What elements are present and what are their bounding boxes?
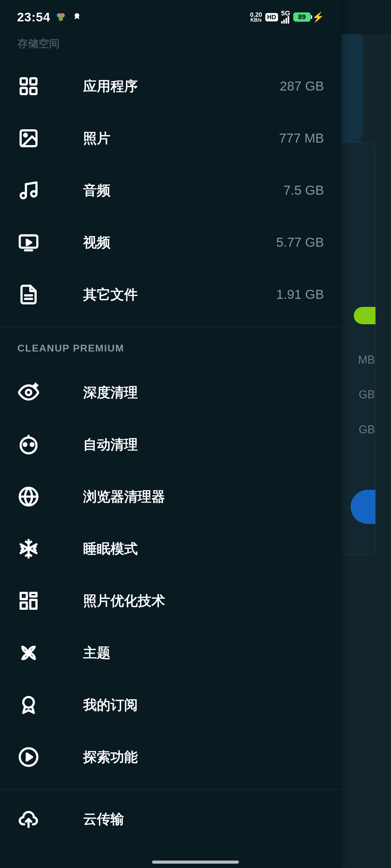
play-circle-icon [18,746,40,768]
menu-item-auto-clean[interactable]: 自动清理 [0,418,341,471]
snowflake-icon [18,537,40,560]
bg-text-mb: MB [358,353,375,366]
menu-label: 浏览器清理器 [83,488,324,506]
svg-rect-6 [30,88,37,94]
battery-level: 89 [293,12,311,22]
menu-label: 主题 [83,644,324,662]
app-icon-2 [72,11,83,23]
menu-item-browser-cleaner[interactable]: 浏览器清理器 [0,471,341,523]
menu-item-other-files[interactable]: 其它文件 1.91 GB [0,269,341,320]
menu-label: 我的订阅 [83,696,324,714]
menu-value: 777 MB [279,131,324,146]
svg-rect-4 [30,79,37,85]
network-speed: 0.20 KB/s [250,11,262,23]
svg-point-20 [31,443,33,446]
menu-label: 睡眠模式 [83,540,324,558]
image-icon [18,127,40,149]
divider [0,789,341,789]
menu-value: 287 GB [280,79,324,94]
section-header-storage: 存储空间 [0,34,341,60]
svg-rect-3 [21,79,27,85]
menu-value: 7.5 GB [283,183,324,198]
menu-item-audio[interactable]: 音频 7.5 GB [0,164,341,216]
svg-rect-5 [21,88,27,94]
menu-label: 照片 [83,129,279,148]
menu-item-theme[interactable]: 主题 [0,627,341,679]
menu-item-explore[interactable]: 探索功能 [0,731,341,783]
menu-item-photo-optimize[interactable]: 照片优化技术 [0,575,341,627]
status-right: 0.20 KB/s HD 5G 89 ⚡ [250,10,324,24]
menu-label: 深度清理 [83,383,324,402]
menu-label: 探索功能 [83,748,324,766]
menu-item-photos[interactable]: 照片 777 MB [0,112,341,164]
menu-item-sleep-mode[interactable]: 睡眠模式 [0,523,341,575]
network-type: 5G [281,10,290,24]
section-header-premium: CLEANUP PREMIUM [0,327,341,366]
video-icon [18,231,40,254]
pinwheel-icon [18,642,40,664]
menu-label: 自动清理 [83,436,324,454]
menu-label: 音频 [83,181,283,199]
apps-icon [18,75,40,97]
cloud-upload-icon [18,808,40,830]
file-icon [18,283,40,306]
menu-item-video[interactable]: 视频 5.77 GB [0,216,341,269]
svg-point-15 [26,390,31,395]
menu-label: 视频 [83,234,276,252]
svg-rect-26 [21,593,27,599]
music-icon [18,179,40,202]
menu-item-my-subscription[interactable]: 我的订阅 [0,679,341,731]
bg-pill [354,307,375,324]
battery-indicator: 89 ⚡ [293,11,324,23]
home-indicator[interactable] [152,861,239,864]
globe-icon [18,486,40,508]
menu-value: 1.91 GB [276,287,324,302]
svg-rect-29 [21,602,27,609]
svg-marker-32 [27,754,32,761]
hd-indicator: HD [265,13,278,21]
app-icon-1 [55,11,66,23]
badge-icon [18,694,40,716]
status-bar: 23:54 0.20 KB/s HD 5G 89 ⚡ [0,0,341,34]
svg-point-2 [59,17,63,21]
svg-rect-27 [30,593,37,596]
signal-icon [281,16,290,24]
menu-item-cloud-transfer[interactable]: 云传输 [0,796,341,842]
menu-label: 云传输 [83,810,324,828]
menu-label: 应用程序 [83,77,280,95]
bg-text-gb1: GB [359,388,375,401]
bg-text-gb2: GB [359,423,375,436]
svg-point-10 [31,191,37,196]
menu-item-apps[interactable]: 应用程序 287 GB [0,60,341,112]
svg-point-8 [24,134,27,137]
eye-plus-icon [18,381,40,404]
status-left: 23:54 [17,10,83,24]
menu-value: 5.77 GB [276,235,324,250]
navigation-drawer: 23:54 0.20 KB/s HD 5G 89 ⚡ [0,0,341,868]
charging-icon: ⚡ [312,11,324,23]
robot-icon [18,433,40,456]
menu-item-deep-clean[interactable]: 深度清理 [0,366,341,418]
drawer-content: 存储空间 应用程序 287 GB 照片 777 MB 音频 7.5 GB [0,0,341,842]
dashboard-icon [18,590,40,612]
svg-point-9 [21,193,26,198]
status-time: 23:54 [17,10,50,24]
menu-label: 其它文件 [83,285,276,304]
svg-point-19 [24,443,26,446]
svg-rect-28 [30,600,37,609]
menu-label: 照片优化技术 [83,592,324,610]
